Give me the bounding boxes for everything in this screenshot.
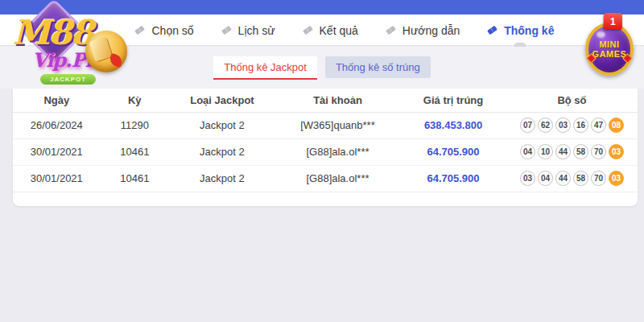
number-ball: 10 [538, 144, 553, 159]
ball-group: 04 10 44 58 70 03 [520, 144, 624, 159]
cell-period: 11290 [101, 112, 169, 138]
header-period: Kỳ [101, 89, 169, 112]
nav-item-label: Thống kê [504, 24, 554, 37]
bonus-ball: 08 [609, 118, 624, 133]
jackpot-stats-card: Ngày Kỳ Loại Jackpot Tài khoản Giá trị t… [13, 89, 638, 206]
nav-item-thong-ke[interactable]: Thống kê [486, 14, 554, 46]
cell-number-set: 03 04 44 58 70 03 [506, 165, 638, 192]
number-ball: 04 [520, 144, 535, 159]
number-ball: 03 [555, 118, 571, 133]
header-account: Tài khoản [275, 89, 400, 112]
nav-item-label: Hướng dẫn [402, 24, 460, 37]
nav-item-huong-dan[interactable]: Hướng dẫn [385, 14, 460, 46]
tab-thong-ke-so-trung[interactable]: Thống kê số trúng [325, 56, 431, 78]
nav-item-label: Kết quả [320, 24, 358, 37]
mini-games-label-2: GAMES [592, 49, 627, 59]
cell-account: [G88]ala.ol*** [275, 165, 400, 192]
notification-badge: 1 [604, 13, 622, 30]
table-row: 30/01/2021 10461 Jackpot 2 [G88]ala.ol**… [13, 138, 638, 165]
cell-date: 30/01/2021 [13, 138, 101, 165]
ticket-icon [302, 24, 314, 36]
jackpot-stats-table: Ngày Kỳ Loại Jackpot Tài khoản Giá trị t… [13, 89, 638, 192]
header-win-value: Giá trị trúng [400, 89, 506, 112]
cell-win-value: 64.705.900 [400, 138, 506, 165]
number-ball: 44 [555, 144, 571, 159]
bonus-ball: 03 [609, 171, 624, 186]
ball-group: 07 62 03 16 47 08 [520, 118, 624, 133]
cell-win-value: 64.705.900 [400, 165, 506, 192]
header-jackpot-type: Loại Jackpot [169, 89, 275, 112]
table-row: 30/01/2021 10461 Jackpot 2 [G88]ala.ol**… [13, 165, 638, 192]
cell-period: 10461 [101, 138, 169, 165]
ticket-icon [385, 24, 397, 36]
number-ball: 03 [520, 171, 535, 186]
nav-item-ket-qua[interactable]: Kết quả [302, 14, 358, 46]
number-ball: 04 [538, 171, 553, 186]
logo-jackpot-ribbon: JACKPOT [40, 74, 96, 85]
ticket-icon [134, 24, 146, 36]
cell-period: 10461 [101, 165, 169, 192]
gold-coin-icon [85, 31, 127, 72]
number-ball: 44 [555, 171, 571, 186]
nav-item-chon-so[interactable]: Chọn số [134, 14, 193, 46]
number-ball: 47 [591, 118, 606, 133]
cell-account: [W365]quanb*** [275, 112, 400, 138]
nav-menu: Chọn số Lịch sử Kết quả Hướng dẫn Thống … [121, 14, 568, 46]
cell-jackpot-type: Jackpot 2 [169, 165, 275, 192]
cell-number-set: 04 10 44 58 70 03 [506, 138, 638, 165]
logo-brand-text: M88 [13, 13, 93, 52]
shine-highlight [597, 31, 605, 38]
cell-number-set: 07 62 03 16 47 08 [506, 112, 638, 138]
mini-games-button[interactable]: MINI GAMES [585, 23, 634, 76]
mini-games-widget[interactable]: 1 MINI GAMES [583, 16, 638, 79]
mini-games-label-1: MINI [599, 39, 619, 49]
ticket-icon [486, 24, 498, 36]
number-ball: 07 [520, 118, 535, 133]
nav-item-label: Lịch sử [238, 24, 275, 37]
header-number-set: Bộ số [506, 89, 638, 112]
cell-jackpot-type: Jackpot 2 [169, 112, 275, 138]
ticket-icon [221, 24, 233, 36]
number-ball: 58 [573, 144, 588, 159]
number-ball: 16 [573, 118, 588, 133]
m88-logo[interactable]: M88 Vip.Pics JACKPOT [6, 2, 127, 89]
table-row: 26/06/2024 11290 Jackpot 2 [W365]quanb**… [13, 112, 638, 138]
cell-account: [G88]ala.ol*** [275, 138, 400, 165]
nav-item-lich-su[interactable]: Lịch sử [221, 14, 275, 46]
cell-jackpot-type: Jackpot 2 [169, 138, 275, 165]
cell-date: 30/01/2021 [13, 165, 101, 192]
ball-group: 03 04 44 58 70 03 [520, 171, 624, 186]
cell-win-value: 638.453.800 [400, 112, 506, 138]
number-ball: 70 [591, 144, 606, 159]
header-date: Ngày [13, 89, 101, 112]
table-header-row: Ngày Kỳ Loại Jackpot Tài khoản Giá trị t… [13, 89, 638, 112]
number-ball: 58 [573, 171, 588, 186]
nav-item-label: Chọn số [151, 24, 193, 37]
cell-date: 26/06/2024 [13, 112, 101, 138]
bonus-ball: 03 [609, 144, 624, 159]
number-ball: 70 [591, 171, 606, 186]
tab-thong-ke-jackpot[interactable]: Thống kê Jackpot [213, 56, 317, 80]
number-ball: 62 [538, 118, 553, 133]
